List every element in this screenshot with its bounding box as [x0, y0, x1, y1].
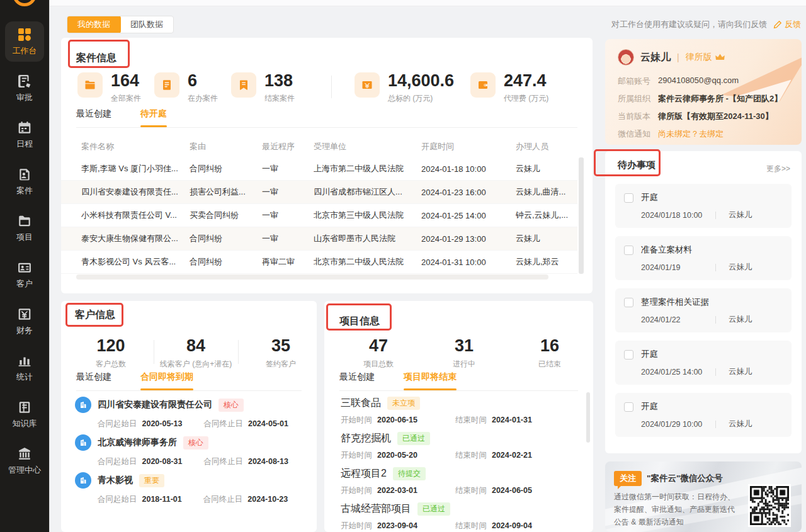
vertical-scrollbar[interactable] [586, 392, 590, 443]
project-list-item[interactable]: 远程项目2待提交 开始时间2022-03-01 结束时间2024-06-05 [341, 467, 581, 496]
approval-icon [18, 74, 31, 88]
todo-checkbox[interactable] [624, 246, 633, 255]
stat-active-cases: 6在办案件 [154, 72, 218, 104]
todo-owner: 云妹儿 [729, 210, 752, 220]
cell-case-name: 小米科技有限责任公司 V... [81, 210, 190, 221]
tab-recent-created[interactable]: 最近创建 [76, 108, 111, 127]
feedback-label: 反馈 [785, 19, 801, 30]
sidebar-item-customer[interactable]: 客户 [0, 261, 49, 290]
todo-item[interactable]: 准备立案材料 2024/01/19云妹儿 [615, 236, 792, 280]
todo-checkbox[interactable] [624, 193, 633, 203]
customer-list-item[interactable]: 北京威海律师事务所 核心 合同起始日2020-08-31 合同终止日2024-0… [75, 434, 307, 467]
project-list-item[interactable]: 舒克挖掘机已通过 开始时间2020-05-20 结束时间2024-02-21 [341, 432, 581, 461]
tab-pending-court[interactable]: 待开庭 [140, 108, 167, 127]
tab-recent-created[interactable]: 最近创建 [339, 371, 375, 390]
todo-card: 待办事项 更多>> 开庭 2024/01/18 10:00云妹儿 准备立案材料 … [605, 151, 802, 453]
cell-time: 2024-01-31 10:00 [421, 258, 516, 267]
todo-more-link[interactable]: 更多>> [766, 164, 790, 174]
tab-my-data[interactable]: 我的数据 [67, 16, 121, 33]
sidebar-item-label: 知识库 [13, 419, 37, 428]
todo-checkbox[interactable] [624, 298, 633, 307]
wechat-qr-card: 关注 "案件云"微信公众号 通过微信第一时间获取：日程待办、案件提醒、审批通知、… [605, 461, 802, 532]
project-name: 古城经营部项目 [341, 503, 411, 514]
todo-item-title: 整理案件相关证据 [641, 297, 709, 308]
sidebar-item-stats[interactable]: 统计 [0, 354, 49, 383]
customer-name: 青木影视 [98, 475, 133, 486]
tab-contract-expiring[interactable]: 合同即将到期 [140, 371, 193, 390]
stat-customer-total: 120客户总数 [96, 337, 126, 370]
table-row[interactable]: 四川省安泰建设有限责任... 损害公司利益... 一审 四川省成都市锦江区人..… [61, 181, 577, 204]
stat-all-cases: 164全部案件 [77, 72, 141, 104]
feedback-link[interactable]: 反馈 [773, 19, 801, 30]
tab-project-ending[interactable]: 项目即将结束 [404, 371, 457, 390]
todo-item[interactable]: 开庭 2024/01/25 14:00云妹儿 [615, 341, 792, 385]
stat-closed-cases: 138结案案件 [231, 72, 295, 104]
sidebar-item-label: 财务 [16, 325, 33, 335]
avatar[interactable] [618, 49, 634, 65]
tab-team-data[interactable]: 团队数据 [120, 16, 173, 33]
todo-item[interactable]: 整理案件相关证据 2024/01/22云妹儿 [615, 288, 792, 332]
sidebar-item-admin[interactable]: 管理中心 [0, 447, 49, 476]
stat-signed-customers: 35签约客户 [266, 337, 296, 370]
table-row[interactable]: 泰安大康生物保健有限公... 合同纠纷 一审 山东省即墨市人民法院 2024-0… [61, 227, 577, 251]
sidebar-item-schedule[interactable]: 日程 [0, 121, 49, 150]
sidebar-item-label: 审批 [16, 93, 33, 102]
project-list-item[interactable]: 古城经营部项目已通过 开始时间2023-09-04 结束时间2024-09-04 [341, 502, 581, 531]
company-icon [75, 397, 91, 413]
col-header: 案由 [190, 141, 262, 152]
todo-checkbox[interactable] [624, 350, 633, 359]
stat-total-amount: 14,600.6总标的 (万元) [355, 72, 454, 104]
finance-icon [18, 307, 31, 321]
todo-date: 2024/01/25 14:00 [641, 368, 715, 376]
todo-date: 2024/01/18 10:00 [641, 211, 715, 220]
sidebar-item-case[interactable]: 案件 [0, 167, 49, 196]
project-name: 舒克挖掘机 [341, 433, 391, 443]
todo-checkbox[interactable] [624, 402, 633, 412]
col-header: 开庭时间 [421, 141, 516, 152]
cell-cause: 合同纠纷 [190, 163, 262, 174]
col-header: 办理人员 [516, 141, 576, 152]
sidebar-item-approval[interactable]: 审批 [0, 74, 49, 103]
sidebar-item-finance[interactable]: 财务 [0, 307, 49, 336]
sidebar-item-project[interactable]: 项目 [0, 214, 49, 243]
customer-list-item[interactable]: 青木影视 重要 合同起始日2018-11-01 合同终止日2024-10-23 [75, 472, 307, 505]
schedule-icon [18, 121, 31, 135]
stat-project-total: 47项目总数 [363, 337, 394, 370]
sidebar-item-workbench[interactable]: 工作台 [0, 28, 49, 57]
customer-tabs: 最近创建 合同即将到期 [76, 371, 302, 391]
table-row[interactable]: 小米科技有限责任公司 V... 买卖合同纠纷 一审 北京市第三中级人民法院 20… [61, 204, 577, 227]
project-list-item[interactable]: 三联食品未立项 开始时间2020-06-15 结束时间2024-01-31 [341, 397, 581, 426]
sidebar-item-knowledge[interactable]: 知识库 [0, 400, 49, 429]
case-table-header: 案件名称 案由 最近程序 受理单位 开庭时间 办理人员 [61, 136, 577, 157]
project-name: 远程项目2 [341, 468, 387, 478]
todo-item-title: 准备立案材料 [641, 244, 692, 256]
cell-handlers: 云妹儿 [516, 233, 576, 244]
tab-recent-created[interactable]: 最近创建 [76, 371, 111, 390]
cell-case-name: 泰安大康生物保健有限公... [81, 233, 190, 244]
wallet-icon [477, 79, 489, 91]
todo-owner: 云妹儿 [729, 419, 752, 429]
stat-label: 总标的 (万元) [388, 93, 454, 104]
todo-title: 待办事项 [618, 159, 656, 171]
workbench-icon [18, 28, 31, 42]
table-row[interactable]: 李斯,李璐 Vs 厦门小羽佳... 合同纠纷 一审 上海市第二中级人民法院 20… [61, 157, 577, 181]
project-section-title: 项目信息 [339, 315, 380, 328]
todo-item[interactable]: 开庭 2024/01/29 10:00云妹儿 [615, 393, 792, 437]
bind-wechat-link[interactable]: 尚未绑定？去绑定 [658, 128, 724, 140]
sidebar-item-label: 日程 [16, 139, 33, 149]
horizontal-scrollbar[interactable] [76, 274, 548, 280]
cell-time: 2024-01-18 10:00 [421, 164, 516, 174]
sidebar: 工作台 审批 日程 案件 项目 客户 财务 统计 知识库 管理中心 [0, 0, 49, 532]
vertical-scrollbar[interactable] [579, 157, 584, 274]
project-name: 三联食品 [341, 397, 381, 408]
cell-time: 2024-01-23 16:00 [421, 188, 516, 197]
customer-name: 北京威海律师事务所 [98, 437, 177, 448]
sidebar-item-label: 统计 [16, 372, 33, 382]
cell-cause: 合同纠纷 [190, 233, 262, 244]
customer-list-item[interactable]: 四川省安泰建设有限责任公司 核心 合同起始日2020-05-13 合同终止日20… [75, 397, 307, 429]
todo-item[interactable]: 开庭 2024/01/18 10:00云妹儿 [615, 184, 792, 228]
profile-row-version: 当前版本律所版【有效期至2024-11-30】 [618, 111, 773, 122]
table-row[interactable]: 青木影视公司 Vs 风云客... 合同纠纷 再审二审 北京市第二中级人民法院 2… [61, 251, 577, 274]
follow-badge: 关注 [614, 471, 642, 486]
cell-time: 2024-01-25 14:00 [421, 211, 516, 220]
